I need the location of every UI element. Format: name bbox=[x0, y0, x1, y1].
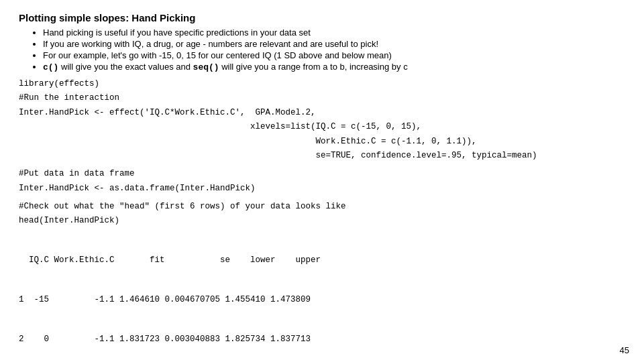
table-row-2: 2 0 -1.1 1.831723 0.003040883 1.825734 1… bbox=[19, 333, 625, 346]
bullet-list: Hand picking is useful if you have speci… bbox=[43, 27, 625, 72]
page-number: 45 bbox=[620, 345, 629, 355]
code-se: se=TRUE, confidence.level=.95, typical=m… bbox=[19, 149, 625, 162]
code-xlevels: xlevels=list(IQ.C = c(-15, 0, 15), bbox=[19, 121, 625, 133]
table-row-1: 1 -15 -1.1 1.464610 0.004670705 1.455410… bbox=[19, 294, 625, 306]
table-header: IQ.C Work.Ethic.C fit se lower upper bbox=[19, 254, 625, 267]
bullet-4: c() will give you the exact values and s… bbox=[43, 62, 625, 72]
bullet4-code1: c() bbox=[43, 62, 58, 72]
code-asdf: Inter.HandPick <- as.data.frame(Inter.Ha… bbox=[19, 182, 625, 195]
code-head: head(Inter.HandPick) bbox=[19, 215, 625, 227]
bullet-3: For our example, let's go with -15, 0, 1… bbox=[43, 50, 625, 60]
code-put-comment: #Put data in data frame bbox=[19, 168, 625, 180]
code-check-comment: #Check out what the "head" (first 6 rows… bbox=[19, 200, 625, 213]
bullet-2: If you are working with IQ, a drug, or a… bbox=[43, 39, 625, 49]
code-library: library(effects) bbox=[19, 78, 625, 90]
bullet4-code2: seq() bbox=[193, 62, 219, 72]
bullet-1: Hand picking is useful if you have speci… bbox=[43, 27, 625, 38]
code-interhandpick: Inter.HandPick <- effect('IQ.C*Work.Ethi… bbox=[19, 107, 625, 119]
code-run-comment: #Run the interaction bbox=[19, 92, 625, 105]
code-workethic: Work.Ethic.C = c(-1.1, 0, 1.1)), bbox=[19, 135, 625, 148]
table-container: IQ.C Work.Ethic.C fit se lower upper 1 -… bbox=[19, 229, 625, 362]
slide-title: Plotting simple slopes: Hand Picking bbox=[19, 12, 625, 23]
main-content: Plotting simple slopes: Hand Picking Han… bbox=[0, 0, 644, 362]
